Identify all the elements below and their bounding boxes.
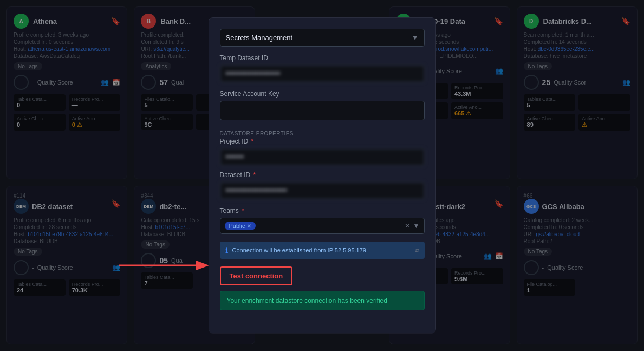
card-stats-db2: Tables Cata...24 Records Pro...70.3K: [14, 280, 120, 296]
score-label-db2-te: Qua: [171, 257, 183, 264]
tag-db2: No Tags: [14, 248, 42, 256]
teams-arrow-icon[interactable]: ▼: [413, 222, 420, 230]
score-circle-db2: [14, 260, 29, 275]
service-account-key-label: Service Account Key: [220, 90, 425, 98]
tag-databricks: No Tags: [524, 62, 552, 70]
dataset-id-required: *: [253, 171, 256, 179]
avatar-db2: DEM: [14, 199, 29, 214]
card-link-gcs[interactable]: gs://alibaba_cloud: [536, 231, 580, 237]
copy-icon[interactable]: ⧉: [415, 247, 419, 254]
teams-group: Teams * Public ✕ ✕ ▼: [220, 207, 425, 234]
tag-gcs: No Tags: [524, 248, 552, 256]
modal-container: Secrets Management ▼ Temp Dataset ID Ser…: [209, 17, 436, 333]
success-message: Your enrichment datastore connection has…: [220, 291, 425, 310]
avatar-db2-te: DEM: [141, 199, 156, 214]
score-dash-gcs: -: [542, 264, 544, 271]
card-id-db2: #114: [14, 193, 73, 199]
quality-score-athena: - Quality Score 👥 📅: [14, 75, 120, 90]
card-meta-gcs-4: Root Path: /: [524, 238, 630, 244]
card-stats-databricks: Tables Cata...5 Active Chec...89 Active …: [524, 94, 630, 131]
card-meta-gcs-2: Completed In: 0 seconds: [524, 224, 630, 230]
score-circle-gcs: [524, 260, 539, 275]
card-meta-gcs-1: Catalog completed: 2 week...: [524, 217, 630, 223]
ip-notice: ℹ Connection will be established from IP…: [220, 242, 425, 259]
score-value-db2-te: 05: [159, 256, 168, 265]
dropdown-arrow-icon: ▼: [412, 34, 419, 42]
score-label-db2: Quality Score: [37, 264, 73, 271]
avatar-bank: B: [141, 14, 156, 29]
project-id-required: *: [251, 138, 254, 145]
service-account-key-input[interactable]: [220, 101, 425, 120]
modal-body: Secrets Management ▼ Temp Dataset ID Ser…: [209, 18, 435, 329]
score-circle-athena: [14, 75, 29, 90]
card-title-databricks: Databricks D...: [543, 17, 592, 25]
card-athena[interactable]: A Athena 🔖 Profile completed: 3 weeks ag…: [6, 6, 127, 179]
card-meta-db2-4: Database: BLUDB: [14, 238, 120, 244]
project-id-group: Project ID *: [220, 138, 425, 166]
dropdown-group: Secrets Management ▼: [220, 29, 425, 47]
score-icon-db2-dark-2: 📅: [495, 252, 503, 260]
score-icon-db2-dark-1: 👥: [484, 252, 492, 260]
card-link-athena[interactable]: athena.us-east-1.amazonaws.com: [28, 46, 110, 52]
dataset-id-label: Dataset ID *: [220, 171, 425, 179]
card-db2[interactable]: #114 DEM DB2 dataset 🔖 Profile completed…: [6, 186, 127, 344]
project-id-input[interactable]: [220, 148, 425, 166]
secrets-management-dropdown[interactable]: Secrets Management ▼: [220, 29, 425, 47]
teams-required: *: [242, 207, 244, 214]
card-id-gcs: #66: [524, 193, 584, 199]
card-stats-athena: Tables Cata...0 Records Pro...— Active C…: [14, 94, 120, 131]
test-connection-button[interactable]: Test connection: [220, 266, 293, 285]
tag-db2-te: No Tags: [141, 240, 170, 249]
card-link-db2[interactable]: b101d15f-e79b-4832-a125-4e8d4...: [28, 231, 113, 237]
quality-score-databricks: 25 Quality Scor 👥: [524, 75, 630, 90]
score-label-databricks: Quality Scor: [554, 79, 586, 86]
avatar-databricks: D: [524, 14, 539, 29]
project-id-label: Project ID *: [220, 138, 425, 145]
teams-input-container[interactable]: Public ✕ ✕ ▼: [220, 218, 425, 234]
team-tag-label: Public: [229, 223, 245, 229]
quality-score-db2: - Quality Score 👥: [14, 260, 120, 275]
card-link-databricks[interactable]: dbc-0d9365ee-235c.c...: [538, 46, 595, 52]
card-title-bank: Bank D...: [160, 17, 191, 25]
card-meta-athena-2: Completed In: 0 seconds: [14, 39, 120, 45]
card-title-gcs: GCS Alibaba: [542, 203, 584, 211]
card-meta-db2-1: Profile completed: 6 months ago: [14, 217, 120, 223]
dataset-id-group: Dataset ID *: [220, 171, 425, 199]
score-icon-db2: 👥: [112, 264, 120, 271]
teams-clear-icon[interactable]: ✕: [405, 222, 410, 230]
bookmark-db2-dark: 🔖: [494, 199, 503, 208]
score-dash-athena: -: [32, 79, 34, 86]
card-meta-athena-3: Host: athena.us-east-1.amazonaws.com: [14, 46, 120, 52]
bookmark-covid: 🔖: [494, 17, 503, 25]
score-icon-2: 📅: [112, 79, 120, 86]
avatar-athena: A: [14, 14, 29, 29]
card-gcs[interactable]: #66 GCS GCS Alibaba Catalog completed: 2…: [517, 186, 638, 344]
card-link-db2-te[interactable]: b101d15f-e7...: [155, 224, 191, 230]
quality-score-gcs: - Quality Score: [524, 260, 630, 275]
team-tag-remove-icon[interactable]: ✕: [247, 223, 251, 229]
teams-label: Teams *: [220, 207, 425, 214]
score-value-bank: 57: [159, 78, 168, 87]
score-label-bank: Qual: [171, 79, 184, 86]
info-icon: ℹ: [225, 246, 228, 255]
card-meta-db2-2: Completed In: 28 seconds: [14, 224, 120, 230]
card-databricks[interactable]: D Databricks D... 🔖 Scan completed: 1 mo…: [517, 6, 638, 179]
avatar-gcs: GCS: [524, 199, 539, 214]
dropdown-label: Secrets Management: [226, 34, 293, 42]
card-meta-gcs-3: URI: gs://alibaba_cloud: [524, 231, 630, 237]
bookmark-db2: 🔖: [111, 199, 120, 208]
score-icon-covid: 👥: [495, 67, 503, 75]
card-title-db2-te: db2-te...: [159, 203, 186, 211]
temp-dataset-id-input[interactable]: [220, 65, 425, 82]
score-circle-db2-te: [141, 253, 156, 268]
temp-dataset-id-label: Temp Dataset ID: [220, 54, 425, 62]
card-title-db2: DB2 dataset: [32, 203, 73, 211]
score-label-athena: Quality Score: [37, 79, 73, 86]
score-icon-databricks: 👥: [622, 79, 630, 86]
score-dash-db2: -: [32, 264, 34, 271]
ip-notice-text: Connection will be established from IP 5…: [232, 247, 366, 253]
dataset-id-input[interactable]: [220, 182, 425, 199]
score-value-databricks: 25: [542, 78, 551, 87]
card-link-bank[interactable]: s3a://qualytic...: [153, 46, 190, 52]
card-meta-databricks-3: Host: dbc-0d9365ee-235c.c...: [524, 46, 630, 52]
